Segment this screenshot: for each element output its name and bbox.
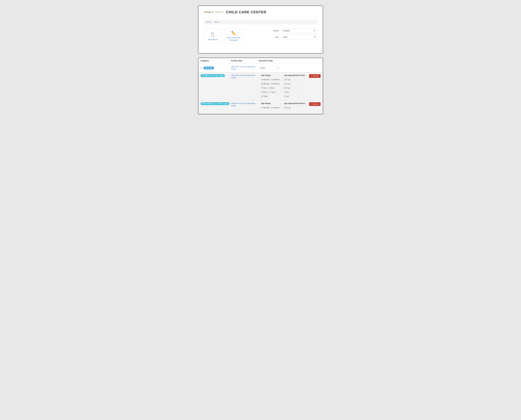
age-range-row-2-1: 12 Months - 23 Months [261,106,284,110]
one-percent-milk-portion: Adjust from one Age-Appropriate Portion [231,74,259,79]
month-year-section: Month October January February March Apr… [259,28,317,39]
logo-slash-icon: ✓ [211,10,214,14]
remove-one-percent-button[interactable]: ✕ Remove [309,74,320,78]
food-production-box[interactable]: ✏️ Food Production Estimates [225,28,243,44]
breadcrumb-current: Menu [215,21,220,23]
age-appropriate-header-1: Age-Appropriate Portion [284,74,307,77]
one-percent-milk-header-row: 1% Milk for 2 yrs+ (in cups) Adjust from… [198,72,323,100]
whole-milk-section: Whole Milk for 1 yr olds (in cups) Adjus… [198,100,323,114]
col-portion: Portion Size [231,60,259,62]
whole-milk-portion: Adjust from one Age-Appropriate Portion [231,102,259,107]
portion-row-1-1: 1/2 Cup [284,78,307,82]
menu-icons-row: 🍴 View Menus ✏️ Food Production Estimate… [204,28,243,44]
age-range-header-2: Age Range [261,102,284,105]
month-select[interactable]: October January February March April May… [281,28,317,33]
portion-row-1-5: 1 Cup [284,94,307,98]
age-range-row-1-5: 18 Years [261,94,284,98]
food-production-label: Food Production Estimates [226,37,242,41]
logo-area: FFood ✓ Program [204,10,223,14]
header-row: FFood ✓ Program Child Care Center [204,10,317,17]
year-select[interactable]: 2020 2019 2021 2022 [281,35,317,39]
top-section: 🍴 View Menus ✏️ Food Production Estimate… [204,28,317,48]
age-range-row-1-4: 6 Years - 17 Years [261,90,284,94]
portion-row-1-4: 1 Cup [284,90,307,94]
logo-program: Program [215,12,223,13]
portion-row-2-1: 1/2 Cup [284,106,307,110]
breadcrumb: Home / Menu [204,19,317,24]
age-appropriate-header-2: Age-Appropriate Portion [284,102,307,105]
month-label: Month [272,30,279,32]
whole-milk-badge: Whole Milk for 1 yr olds (in cups) [201,102,229,105]
one-percent-milk-badge: 1% Milk for 2 yrs+ (in cups) [201,74,225,77]
remove-whole-milk-button[interactable]: ✕ Remove [309,102,320,106]
col-category: Category [201,60,231,62]
year-row: Year 2020 2019 2021 2022 [259,35,317,39]
col-favorite: Favorite Foods [259,60,321,62]
portion-row-1-3: 3/4 Cup [284,86,307,90]
fluid-milk-badge: Fluid Milk [204,67,214,69]
view-menus-box[interactable]: 🍴 View Menus [204,28,222,44]
year-label: Year [272,36,279,38]
breadcrumb-home[interactable]: Home [206,21,211,23]
bottom-card: Category Portion Size Favorite Foods 1 F… [198,58,323,114]
logo-food: FFood [204,11,211,14]
view-menus-label: View Menus [208,38,218,41]
app-title: Child Care Center [226,10,266,14]
fork-icon: 🍴 [210,31,216,38]
month-row: Month October January February March Apr… [259,28,317,33]
fluid-milk-select[interactable]: Select [259,66,280,70]
row-number-1: 1 [201,67,202,69]
pencil-icon: ✏️ [231,31,236,36]
top-card: FFood ✓ Program Child Care Center Home /… [198,6,323,53]
age-range-header-1: Age Range [261,74,284,77]
one-percent-milk-section: 1% Milk for 2 yrs+ (in cups) Adjust from… [198,72,323,100]
whole-milk-header-row: Whole Milk for 1 yr olds (in cups) Adjus… [198,100,323,112]
breadcrumb-separator: / [213,21,213,23]
age-range-row-1-2: 25 Months - 35 Months [261,82,284,86]
fluid-milk-portion: Adjust from one Age-Appropriate Portion [231,66,259,70]
age-range-row-1-3: 3 Years - 5 Years [261,86,284,90]
table-header: Category Portion Size Favorite Foods [198,58,323,64]
fluid-milk-row: 1 Fluid Milk Adjust from one Age-Appropr… [198,64,323,72]
portion-row-1-2: 1/2 Cup [284,82,307,86]
age-range-row-1-1: 24 Months - 24 Months [261,78,284,82]
